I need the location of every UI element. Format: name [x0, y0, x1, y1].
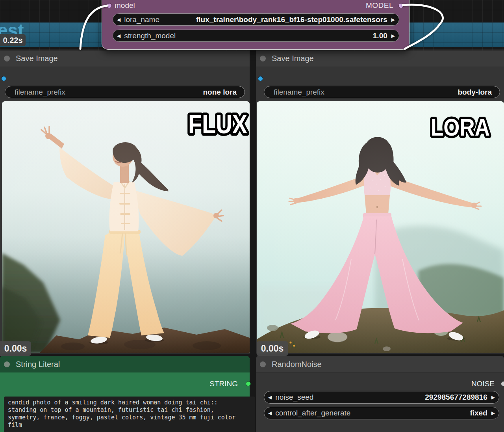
noise-output-label: NOISE: [471, 380, 495, 388]
node-title: Save Image: [272, 50, 314, 67]
string-output-label: STRING: [209, 380, 238, 388]
prompt-text-area[interactable]: candid photo of a smiling dark haired wo…: [4, 397, 255, 432]
decrement-arrow-icon[interactable]: ◀: [117, 17, 120, 22]
model-input-label: model: [115, 1, 135, 10]
widget-value: fixed: [470, 409, 487, 417]
widget-strength-model[interactable]: ◀ strength_model 1.00 ▶: [113, 30, 399, 42]
widget-control-after-generate[interactable]: ◀ control_after_generate fixed ▶: [264, 407, 499, 419]
widget-value: none lora: [203, 88, 237, 97]
lora-loader-node[interactable]: model MODEL ◀ lora_name flux_trainer\bod…: [102, 0, 410, 50]
node-header[interactable]: Save Image: [256, 50, 504, 67]
widget-name: strength_model: [124, 32, 176, 40]
node-title: String Literal: [16, 356, 60, 372]
increment-arrow-icon[interactable]: ▶: [391, 34, 395, 38]
right-image-timer-badge: 0.00s: [257, 341, 288, 356]
generated-image-lora[interactable]: LORA: [257, 101, 504, 353]
widget-name: control_after_generate: [275, 409, 350, 417]
collapse-dot-icon[interactable]: [260, 361, 266, 367]
widget-name: noise_seed: [275, 393, 313, 402]
collapse-dot-icon[interactable]: [260, 56, 266, 61]
left-image-timer-badge: 0.00s: [0, 341, 31, 356]
node-title: RandomNoise: [272, 356, 322, 372]
increment-arrow-icon[interactable]: ▶: [391, 17, 395, 22]
node-header[interactable]: Save Image: [0, 50, 250, 67]
widget-lora-name[interactable]: ◀ lora_name flux_trainer\body_rank16_bf1…: [113, 13, 399, 26]
generated-image-flux[interactable]: FLUX: [2, 101, 250, 353]
noise-output-port[interactable]: [501, 381, 504, 386]
widget-filename-prefix-right[interactable]: filename_prefix body-lora: [264, 86, 500, 98]
widget-value: body-lora: [458, 88, 492, 97]
flux-image-scene: [2, 101, 250, 353]
widget-value: 292985677289816: [425, 393, 487, 402]
model-input-port[interactable]: [107, 3, 112, 8]
increment-arrow-icon[interactable]: ▶: [491, 411, 495, 415]
collapse-dot-icon[interactable]: [4, 56, 10, 61]
model-output-label: MODEL: [366, 1, 393, 10]
lora-image-scene: [257, 101, 504, 353]
widget-value: 1.00: [373, 32, 387, 40]
collapse-dot-icon[interactable]: [4, 361, 10, 367]
random-noise-node[interactable]: RandomNoise NOISE ◀ noise_seed 292985677…: [256, 356, 504, 432]
decrement-arrow-icon[interactable]: ◀: [268, 411, 272, 415]
widget-filename-prefix-left[interactable]: filename_prefix none lora: [5, 86, 245, 98]
decrement-arrow-icon[interactable]: ◀: [117, 34, 120, 38]
widget-name: lora_name: [124, 15, 159, 24]
decrement-arrow-icon[interactable]: ◀: [268, 395, 272, 400]
widget-noise-seed[interactable]: ◀ noise_seed 292985677289816 ▶: [264, 391, 499, 404]
images-input-port-right[interactable]: [258, 76, 263, 81]
model-output-port[interactable]: [398, 3, 404, 8]
execution-time-badge: 0.22s: [0, 34, 26, 46]
increment-arrow-icon[interactable]: ▶: [491, 395, 495, 400]
node-header[interactable]: RandomNoise: [256, 356, 504, 373]
comfyui-canvas: est 0.22s model MODEL ◀ lora_name flux_t…: [0, 0, 504, 432]
images-input-port-left[interactable]: [1, 76, 6, 81]
node-header[interactable]: String Literal: [0, 356, 250, 372]
string-literal-node[interactable]: String Literal STRING candid photo of a …: [0, 356, 250, 432]
widget-name: filename_prefix: [15, 88, 65, 97]
node-title: Save Image: [16, 50, 58, 67]
widget-value: flux_trainer\body_rank16_bf16-step01000.…: [196, 15, 387, 24]
widget-name: filename_prefix: [274, 88, 324, 97]
string-output-port[interactable]: [246, 381, 251, 386]
